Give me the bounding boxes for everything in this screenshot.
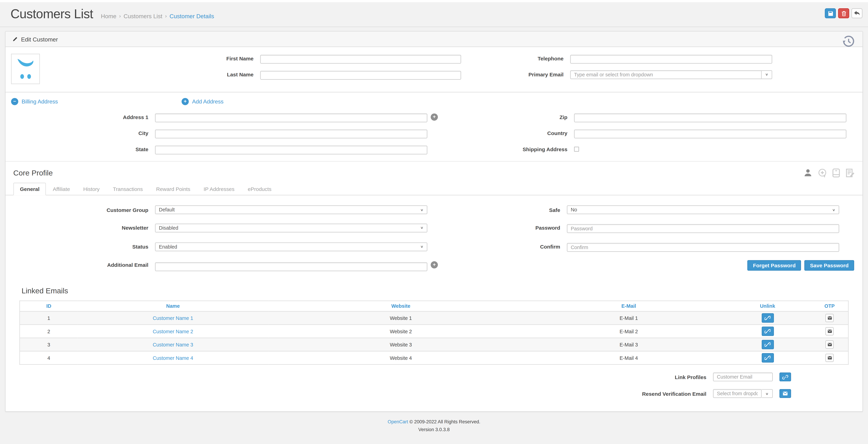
- customer-name-link[interactable]: Customer Name 1: [153, 315, 193, 321]
- breadcrumb-customers-list[interactable]: Customers List: [124, 13, 162, 19]
- password-input[interactable]: [567, 224, 839, 233]
- col-header-unlink[interactable]: Unlink: [724, 301, 811, 311]
- link-icon: [782, 374, 788, 379]
- add-address-button[interactable]: + Add Address: [182, 98, 223, 105]
- shipping-address-label: Shipping Address: [438, 146, 574, 152]
- linked-emails-title: Linked Emails: [22, 287, 848, 295]
- save-password-button[interactable]: Save Password: [804, 260, 854, 271]
- address-book-icon[interactable]: [832, 168, 840, 178]
- back-button[interactable]: [851, 8, 863, 18]
- opencart-link[interactable]: OpenCart: [388, 419, 408, 424]
- billing-address-label: Billing Address: [22, 99, 58, 105]
- primary-email-dropdown-button[interactable]: ∨: [762, 70, 772, 79]
- customer-name-link[interactable]: Customer Name 3: [153, 342, 193, 347]
- core-profile-section: Core Profile: [5, 162, 863, 271]
- envelope-icon: [827, 356, 832, 360]
- unlink-button[interactable]: [762, 313, 774, 323]
- safe-label: Safe: [427, 207, 567, 213]
- city-input[interactable]: [155, 129, 427, 138]
- customer-person-icon[interactable]: [803, 168, 813, 178]
- delete-button[interactable]: [838, 8, 849, 18]
- link-profiles-button[interactable]: [779, 373, 791, 381]
- reply-arrow-icon: [854, 10, 860, 16]
- country-input[interactable]: [574, 129, 846, 138]
- cell-website: Website 2: [268, 325, 533, 338]
- tab-affiliate[interactable]: Affiliate: [46, 183, 76, 195]
- col-header-id[interactable]: ID: [20, 301, 78, 311]
- billing-address-toggle[interactable]: − Billing Address: [11, 98, 182, 105]
- status-select[interactable]: Enabled ∨: [155, 242, 427, 251]
- safe-select[interactable]: No ∨: [567, 205, 839, 214]
- edit-note-icon[interactable]: [845, 168, 855, 178]
- unlink-icon: [765, 342, 771, 347]
- add-address-line-button[interactable]: +: [431, 114, 438, 121]
- pencil-icon: [12, 36, 18, 42]
- tab-transactions[interactable]: Transactions: [106, 183, 150, 195]
- state-input[interactable]: [155, 146, 427, 155]
- link-profiles-row: Link Profiles: [20, 373, 791, 381]
- resend-verification-button[interactable]: [779, 389, 791, 398]
- newsletter-select[interactable]: Disabled ∨: [155, 223, 427, 232]
- status-value: Enabled: [159, 244, 177, 249]
- first-name-input[interactable]: [260, 55, 461, 64]
- zip-input[interactable]: [574, 114, 846, 122]
- panel-heading: Edit Customer: [5, 32, 863, 47]
- confirm-input[interactable]: [567, 243, 839, 252]
- linked-emails-table: ID Name Website E-Mail Unlink OTP 1: [20, 300, 849, 365]
- first-name-label: First Name: [5, 55, 260, 61]
- primary-email-label: Primary Email: [461, 71, 570, 77]
- customer-name-link[interactable]: Customer Name 4: [153, 355, 193, 361]
- tab-ip-addresses[interactable]: IP Addresses: [197, 183, 241, 195]
- add-additional-email-button[interactable]: +: [431, 261, 438, 268]
- chevron-down-icon: ∨: [420, 245, 424, 249]
- tab-reward-points[interactable]: Reward Points: [150, 183, 197, 195]
- otp-email-button[interactable]: [826, 354, 834, 362]
- otp-email-button[interactable]: [826, 327, 834, 336]
- tab-eproducts[interactable]: eProducts: [241, 183, 278, 195]
- breadcrumb-customer-details[interactable]: Customer Details: [169, 13, 214, 19]
- zip-label: Zip: [438, 114, 574, 120]
- last-name-input[interactable]: [260, 71, 461, 80]
- tab-general[interactable]: General: [13, 183, 46, 195]
- customer-group-select[interactable]: Default ∨: [155, 205, 427, 214]
- address1-label: Address 1: [5, 114, 155, 120]
- customer-name-link[interactable]: Customer Name 2: [153, 328, 193, 334]
- primary-email-input[interactable]: [570, 70, 762, 79]
- unlink-button[interactable]: [762, 326, 774, 336]
- history-icon[interactable]: [841, 34, 856, 49]
- comment-plus-icon[interactable]: [818, 168, 827, 178]
- resend-verification-input[interactable]: [713, 389, 762, 398]
- save-button[interactable]: [825, 8, 836, 18]
- otp-email-button[interactable]: [826, 340, 834, 349]
- resend-dropdown-button[interactable]: ∨: [762, 389, 773, 398]
- otp-email-button[interactable]: [826, 314, 834, 322]
- shipping-address-checkbox[interactable]: [574, 147, 579, 152]
- additional-email-input[interactable]: [155, 262, 427, 271]
- table-row: 1 Customer Name 1 Website 1 E-Mail 1: [20, 311, 848, 325]
- forget-password-button[interactable]: Forget Password: [747, 260, 801, 271]
- core-profile-title: Core Profile: [13, 169, 53, 177]
- col-header-email[interactable]: E-Mail: [533, 301, 724, 311]
- telephone-input[interactable]: [570, 55, 772, 64]
- footer-copyright: OpenCart © 2009-2022 All Rights Reserved…: [5, 418, 863, 426]
- unlink-button[interactable]: [762, 340, 774, 349]
- chevron-down-icon: ∨: [766, 391, 769, 395]
- newsletter-value: Disabled: [159, 225, 178, 230]
- table-row: 2 Customer Name 2 Website 2 E-Mail 2: [20, 325, 848, 338]
- unlink-button[interactable]: [762, 353, 774, 362]
- tab-history[interactable]: History: [76, 183, 106, 195]
- confirm-label: Confirm: [427, 244, 567, 250]
- footer: OpenCart © 2009-2022 All Rights Reserved…: [5, 412, 863, 434]
- envelope-icon: [827, 316, 832, 320]
- link-profiles-input[interactable]: [713, 373, 773, 381]
- breadcrumb-home[interactable]: Home: [101, 13, 116, 19]
- safe-value: No: [571, 207, 577, 213]
- trash-icon: [841, 10, 847, 16]
- col-header-name[interactable]: Name: [78, 301, 268, 311]
- billing-address-section: − Billing Address + Add Address Address …: [5, 93, 863, 161]
- col-header-otp[interactable]: OTP: [811, 301, 848, 311]
- address1-input[interactable]: [155, 114, 427, 122]
- unlink-icon: [765, 316, 771, 321]
- col-header-website[interactable]: Website: [268, 301, 533, 311]
- city-label: City: [5, 130, 155, 136]
